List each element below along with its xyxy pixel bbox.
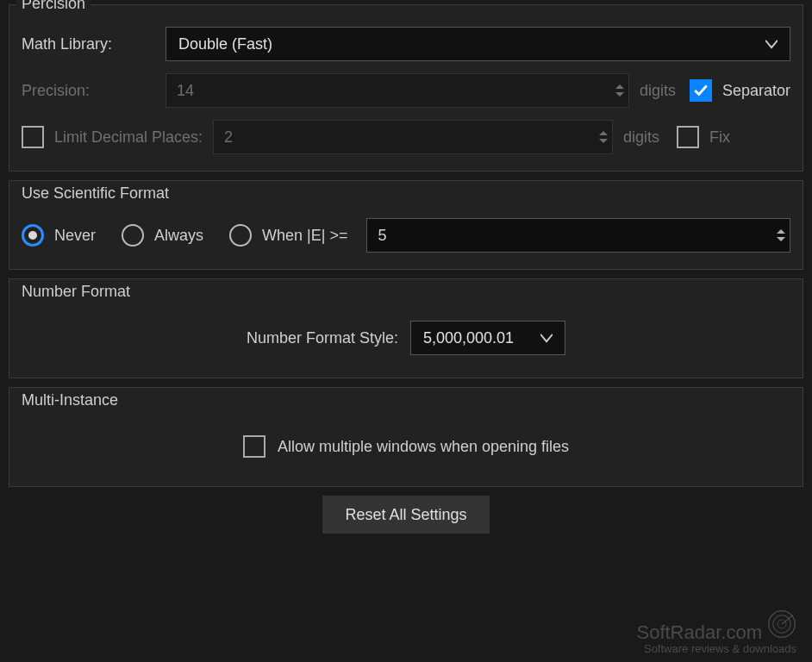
precision-label: Precision:: [22, 82, 155, 100]
svg-point-1: [773, 615, 790, 633]
number-format-style-combo[interactable]: 5,000,000.01: [410, 321, 565, 355]
arrow-down-icon: [777, 237, 785, 241]
radio-never-label: Never: [54, 227, 96, 245]
fix-checkbox[interactable]: [677, 126, 699, 148]
scientific-threshold-spinbox[interactable]: 5: [366, 218, 790, 253]
limit-decimal-spinner[interactable]: [595, 121, 612, 153]
precision-unit: digits: [640, 82, 679, 100]
group-multi-instance: Multi-Instance Allow multiple windows wh…: [9, 387, 803, 487]
radar-icon: [767, 609, 796, 644]
chevron-down-icon: [540, 332, 553, 344]
arrow-up-icon: [615, 84, 624, 89]
group-scientific: Use Scientific Format Never Always When …: [9, 180, 803, 270]
allow-multiple-label: Allow multiple windows when opening file…: [278, 438, 569, 456]
fix-label: Fix: [709, 128, 730, 147]
footer: Reset All Settings: [9, 496, 803, 534]
svg-point-0: [769, 611, 796, 638]
arrow-up-icon: [777, 229, 785, 234]
limit-decimal-checkbox[interactable]: [22, 126, 44, 148]
group-precision: Percision Math Library: Double (Fast) Pr…: [9, 4, 803, 172]
limit-decimal-unit: digits: [623, 128, 663, 147]
group-title-precision: Percision: [16, 0, 91, 13]
math-library-label: Math Library:: [22, 35, 155, 53]
separator-label: Separator: [722, 82, 790, 100]
limit-decimal-spinbox[interactable]: 2: [213, 120, 613, 154]
radio-always-label: Always: [154, 227, 203, 245]
svg-point-2: [778, 620, 786, 628]
group-number-format: Number Format Number Format Style: 5,000…: [9, 278, 803, 378]
arrow-down-icon: [599, 139, 608, 143]
number-format-style-label: Number Format Style:: [247, 329, 398, 347]
scientific-threshold-spinner[interactable]: [772, 219, 790, 252]
number-format-style-value: 5,000,000.01: [423, 329, 514, 347]
limit-decimal-label: Limit Decimal Places:: [54, 128, 203, 147]
group-title-scientific: Use Scientific Format: [16, 184, 174, 203]
math-library-combo[interactable]: Double (Fast): [166, 27, 790, 61]
radio-never[interactable]: [22, 224, 44, 247]
precision-value: 14: [166, 74, 611, 107]
limit-decimal-value: 2: [214, 121, 595, 153]
math-library-value: Double (Fast): [178, 35, 272, 53]
group-title-number-format: Number Format: [16, 283, 135, 301]
watermark-brand: SoftRadar.com: [636, 621, 762, 644]
radio-when[interactable]: [229, 224, 252, 247]
precision-spinbox[interactable]: 14: [166, 73, 629, 108]
arrow-down-icon: [615, 92, 624, 97]
watermark-tagline: Software reviews & downloads: [636, 642, 796, 655]
arrow-up-icon: [599, 131, 608, 135]
radio-when-label: When |E| >=: [262, 227, 347, 245]
chevron-down-icon: [765, 38, 778, 50]
reset-button[interactable]: Reset All Settings: [322, 496, 489, 534]
scientific-threshold-value: 5: [367, 219, 772, 252]
radio-always[interactable]: [122, 224, 144, 247]
precision-spinner[interactable]: [611, 74, 628, 107]
separator-checkbox[interactable]: [690, 79, 712, 102]
watermark: SoftRadar.com Software reviews & downloa…: [636, 609, 796, 655]
svg-line-3: [782, 615, 793, 624]
group-title-multi-instance: Multi-Instance: [16, 391, 123, 409]
allow-multiple-checkbox[interactable]: [243, 435, 265, 458]
